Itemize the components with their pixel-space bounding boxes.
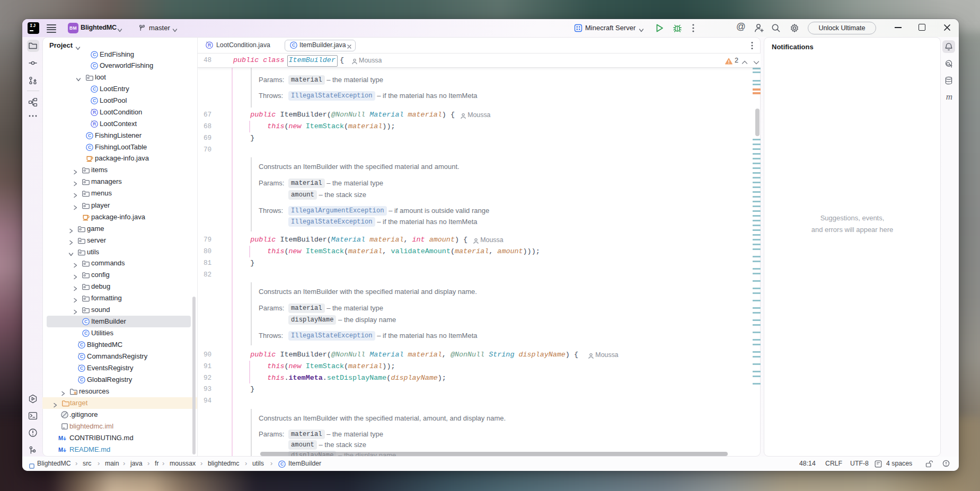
svg-text:C: C bbox=[280, 461, 284, 467]
svg-text:C: C bbox=[88, 133, 91, 138]
svg-text:C: C bbox=[80, 342, 83, 347]
svg-text:C: C bbox=[84, 319, 87, 324]
svg-text:C: C bbox=[80, 365, 83, 371]
svg-text:C: C bbox=[88, 145, 91, 150]
svg-text:M: M bbox=[58, 447, 63, 453]
svg-text:R: R bbox=[208, 42, 211, 48]
svg-text:R: R bbox=[93, 121, 96, 127]
svg-text:C: C bbox=[84, 331, 87, 336]
svg-text:C: C bbox=[80, 354, 83, 359]
svg-text:C: C bbox=[93, 86, 96, 92]
svg-text:C: C bbox=[93, 52, 96, 57]
svg-text:C: C bbox=[80, 377, 83, 382]
svg-text:R: R bbox=[93, 110, 96, 115]
svg-text:M: M bbox=[58, 435, 63, 441]
svg-text:C: C bbox=[93, 63, 96, 68]
svg-text:C: C bbox=[292, 42, 295, 48]
svg-text:C: C bbox=[93, 98, 96, 103]
